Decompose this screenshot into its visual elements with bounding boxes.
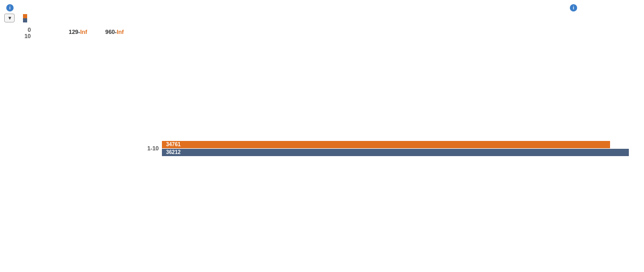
chart-area: 010129-Inf960-Inf1-1034761362124-12630-9… — [0, 25, 644, 272]
fees-info-icon[interactable]: i — [6, 4, 14, 11]
blue-bar-row: 36212 — [162, 149, 629, 156]
orange-bar: 34761 — [162, 141, 610, 148]
legend-blue-dot — [23, 18, 27, 22]
chart-row-group: 010129-Inf960-Inf — [0, 25, 128, 39]
delay-info-icon[interactable]: i — [570, 4, 577, 11]
time-value: 960-Inf — [92, 29, 124, 35]
header-right: i — [535, 4, 640, 11]
satoshi-button[interactable]: ▾ — [4, 14, 15, 22]
blue-bar: 36212 — [162, 149, 629, 156]
orange-bar-row: 34761 — [162, 141, 629, 148]
orange-bar-label: 34761 — [164, 141, 181, 147]
delay-time-col: 4-12630-960 — [629, 25, 644, 272]
delay-time-col: 129-Inf960-Inf — [34, 25, 128, 39]
legend-orange-dot — [23, 14, 27, 18]
delay-column-header: i — [535, 4, 577, 11]
bars-section: 3476136212 — [162, 25, 629, 272]
legend — [23, 14, 29, 22]
dropdown-icon: ▾ — [8, 15, 11, 21]
delay-value: 129-Inf — [56, 29, 87, 35]
row-label: 1-10 — [128, 25, 162, 272]
row-label: 010 — [0, 25, 34, 39]
chart-row-group: 1-1034761362124-12630-960 — [128, 25, 644, 272]
blue-bar-label: 36212 — [164, 149, 181, 155]
